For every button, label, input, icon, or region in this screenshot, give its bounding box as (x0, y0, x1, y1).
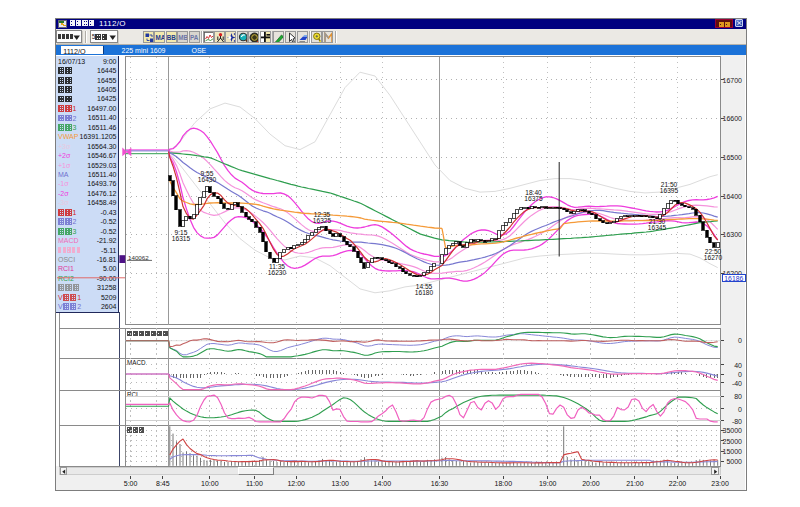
svg-text:16430: 16430 (198, 176, 217, 183)
svg-text:16315: 16315 (172, 235, 191, 242)
svg-text:16395: 16395 (660, 187, 679, 194)
svg-text:16325: 16325 (313, 217, 332, 224)
svg-text:140062: 140062 (128, 254, 149, 261)
svg-text:16345: 16345 (648, 224, 667, 231)
svg-text:16230: 16230 (268, 269, 287, 276)
svg-text:16375: 16375 (524, 195, 543, 202)
svg-text:16180: 16180 (415, 289, 434, 296)
svg-text:16270: 16270 (704, 254, 723, 261)
